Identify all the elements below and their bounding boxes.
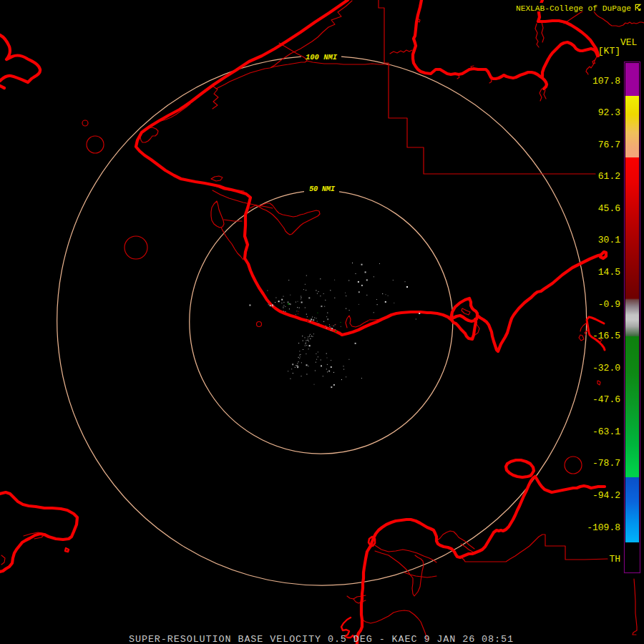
svg-text:[KT]: [KT]: [598, 46, 620, 57]
svg-text:VEL: VEL: [620, 37, 637, 48]
svg-text:TH: TH: [609, 554, 620, 565]
svg-text:-94.2: -94.2: [592, 490, 620, 501]
svg-text:92.3: 92.3: [598, 107, 620, 118]
svg-text:-109.8: -109.8: [587, 522, 620, 533]
svg-text:-32.0: -32.0: [592, 363, 620, 374]
svg-text:107.8: 107.8: [592, 76, 620, 87]
svg-text:-0.9: -0.9: [598, 299, 620, 310]
svg-text:76.7: 76.7: [598, 140, 620, 150]
svg-text:-78.7: -78.7: [592, 458, 620, 469]
svg-text:NEXLAB-College of DuPage: NEXLAB-College of DuPage: [516, 4, 631, 13]
svg-text:50 NMI: 50 NMI: [309, 185, 336, 193]
svg-text:14.5: 14.5: [598, 267, 620, 278]
svg-text:SUPER-RESOLUTION BASE VELOCITY: SUPER-RESOLUTION BASE VELOCITY 0.5 DEG -…: [129, 634, 513, 644]
svg-text:61.2: 61.2: [598, 171, 620, 182]
svg-text:-16.5: -16.5: [592, 331, 620, 341]
svg-text:45.6: 45.6: [598, 203, 620, 214]
svg-text:-63.1: -63.1: [592, 426, 620, 437]
svg-text:-47.6: -47.6: [592, 394, 620, 405]
svg-text:30.1: 30.1: [598, 235, 620, 245]
svg-text:100 NMI: 100 NMI: [306, 53, 338, 62]
